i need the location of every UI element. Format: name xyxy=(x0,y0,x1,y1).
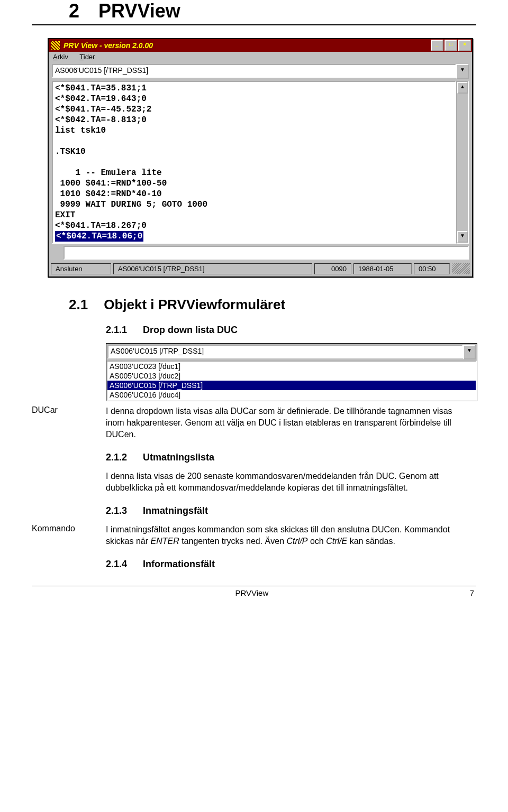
duc-list-item[interactable]: AS005'UC013 [/duc2] xyxy=(107,371,476,381)
menu-arkiv[interactable]: Arkiv xyxy=(53,53,68,61)
chapter-title: PRVView xyxy=(98,0,180,22)
minimize-button[interactable]: _ xyxy=(431,40,443,51)
duc-listbox[interactable]: AS003'UC023 [/duc1]AS005'UC013 [/duc2]AS… xyxy=(106,361,477,401)
scrollbar[interactable]: ▲ ▼ xyxy=(456,81,469,244)
status-path: AS006'UC015 [/TRP_DSS1] xyxy=(113,263,312,274)
subsection-title: Inmatningsfält xyxy=(143,505,208,516)
maximize-button[interactable]: □ xyxy=(444,40,457,51)
status-connection: Ansluten xyxy=(51,263,111,274)
command-input[interactable] xyxy=(64,246,469,260)
statusbar: Ansluten AS006'UC015 [/TRP_DSS1] 0090 19… xyxy=(49,262,472,276)
duc-dropdown-value[interactable]: AS006'UC015 [/TRP_DSS1] xyxy=(52,64,456,78)
chapter-number: 2 xyxy=(69,0,79,22)
duc-dropdown-expanded: AS006'UC015 [/TRP_DSS1] ▼ AS003'UC023 [/… xyxy=(106,343,477,401)
footer-rule xyxy=(32,586,476,586)
app-icon[interactable] xyxy=(51,41,60,50)
resize-grip[interactable] xyxy=(452,263,470,274)
menu-tider[interactable]: Tider xyxy=(79,53,95,61)
status-date: 1988-01-05 xyxy=(353,263,412,274)
subsection-title: Utmatningslista xyxy=(143,452,214,463)
prvview-window: PRV View - version 2.0.00 _ □ × Arkiv Ti… xyxy=(48,38,473,278)
subsection-number: 2.1.3 xyxy=(106,505,127,516)
window-title: PRV View - version 2.0.00 xyxy=(64,41,153,50)
footer-title: PRVView xyxy=(235,588,268,597)
utmatning-description: I denna lista visas de 200 senaste komma… xyxy=(106,470,476,494)
section-title: Objekt i PRVViewformuläret xyxy=(104,297,285,313)
subsection-number: 2.1.1 xyxy=(106,325,127,336)
status-number: 0090 xyxy=(314,263,351,274)
subsection-number: 2.1.2 xyxy=(106,452,127,463)
titlebar[interactable]: PRV View - version 2.0.00 _ □ × xyxy=(49,39,472,52)
duc-dropdown-button-2[interactable]: ▼ xyxy=(463,345,476,359)
scroll-up-button[interactable]: ▲ xyxy=(457,82,468,94)
output-terminal[interactable]: <*$041.TA=35.831;1 <*$042.TA=19.643;0 <*… xyxy=(52,81,456,244)
page-number: 7 xyxy=(470,588,474,597)
subsection-number: 2.1.4 xyxy=(106,559,127,570)
duc-list-item[interactable]: AS006'UC015 [/TRP_DSS1] xyxy=(107,381,476,390)
duc-list-item[interactable]: AS006'UC016 [/duc4] xyxy=(107,390,476,400)
margin-label-ducar: DUCar xyxy=(32,405,106,440)
status-time: 00:50 xyxy=(414,263,450,274)
subsection-title: Informationsfält xyxy=(143,559,215,570)
kommando-description: I inmatningsfältet anges kommandon som s… xyxy=(106,524,476,547)
chapter-rule xyxy=(32,24,476,25)
margin-label-kommando: Kommando xyxy=(32,524,106,547)
ducar-description: I denna dropdown lista visas alla DUCar … xyxy=(106,405,476,440)
duc-dropdown-button[interactable]: ▼ xyxy=(456,64,469,79)
duc-dropdown-value-2[interactable]: AS006'UC015 [/TRP_DSS1] xyxy=(107,345,463,358)
scroll-down-button[interactable]: ▼ xyxy=(457,231,468,243)
duc-list-item[interactable]: AS003'UC023 [/duc1] xyxy=(107,362,476,371)
menubar: Arkiv Tider xyxy=(49,52,472,62)
subsection-title: Drop down lista DUC xyxy=(143,325,238,336)
section-number: 2.1 xyxy=(69,297,88,313)
close-button[interactable]: × xyxy=(458,40,471,51)
